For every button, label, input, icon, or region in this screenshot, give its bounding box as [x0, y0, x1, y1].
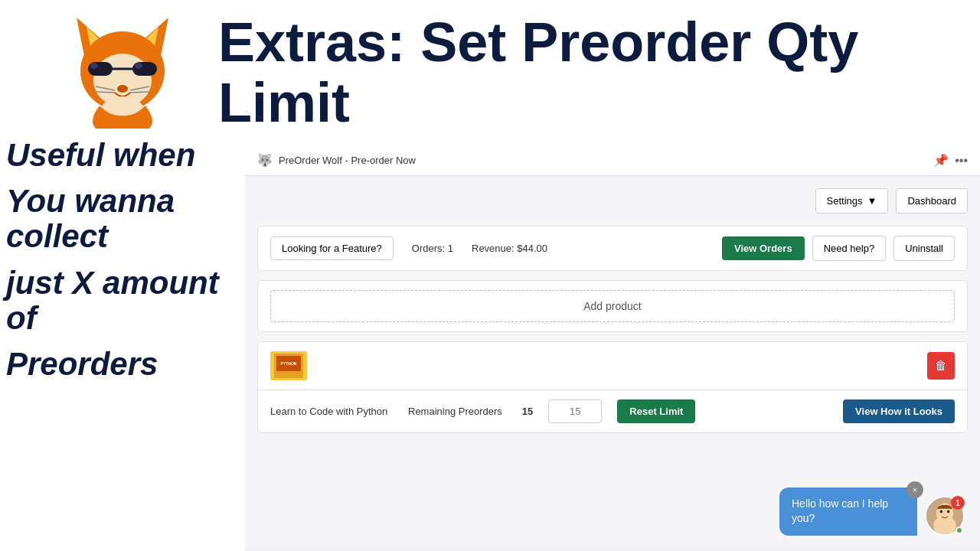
- thumbnail-image: PYTHON: [270, 351, 307, 380]
- settings-label: Settings: [827, 195, 863, 207]
- product-thumbnail: PYTHON: [270, 351, 307, 380]
- view-orders-button[interactable]: View Orders: [722, 236, 805, 260]
- more-options-icon[interactable]: •••: [955, 154, 968, 168]
- revenue-stat: Revenue: $44.00: [472, 243, 547, 254]
- title-area: Extras: Set Preorder Qty Limit: [203, 8, 980, 138]
- uninstall-button[interactable]: Uninstall: [893, 236, 955, 261]
- chevron-down-icon: ▼: [867, 195, 877, 207]
- looking-for-feature-button[interactable]: Looking for a Feature?: [270, 236, 394, 260]
- reset-limit-button[interactable]: Reset Limit: [617, 399, 695, 423]
- left-text-area: Useful when You wanna collect just X amo…: [0, 138, 245, 551]
- online-status-dot: [956, 527, 963, 534]
- wolf-icon: 🐺: [257, 153, 273, 168]
- app-chrome-left: 🐺 PreOrder Wolf - Pre-order Now: [257, 153, 416, 168]
- need-help-button[interactable]: Need help?: [812, 236, 887, 261]
- quantity-input[interactable]: [548, 399, 602, 423]
- view-how-it-looks-button[interactable]: View How it Looks: [843, 399, 955, 423]
- pin-icon[interactable]: 📌: [933, 153, 949, 168]
- svg-point-26: [947, 510, 950, 514]
- left-text-line1: Useful when: [6, 138, 239, 173]
- chat-close-button[interactable]: ×: [906, 481, 923, 498]
- add-product-button[interactable]: Add product: [270, 290, 955, 322]
- product-header: PYTHON 🗑: [258, 342, 967, 390]
- svg-rect-21: [276, 373, 301, 377]
- trash-icon: 🗑: [935, 359, 947, 373]
- info-bar-actions: View Orders Need help? Uninstall: [722, 236, 955, 261]
- svg-point-9: [90, 63, 98, 69]
- chat-bubble: Hello how can I help you?: [779, 487, 917, 536]
- info-bar: Looking for a Feature? Orders: 1 Revenue…: [257, 226, 968, 271]
- settings-button[interactable]: Settings ▼: [815, 188, 889, 214]
- left-text-line2: You wanna collect: [6, 184, 239, 254]
- app-chrome-title: PreOrder Wolf - Pre-order Now: [279, 155, 416, 166]
- svg-point-25: [940, 510, 943, 514]
- app-chrome-bar: 🐺 PreOrder Wolf - Pre-order Now 📌 •••: [245, 145, 980, 176]
- add-product-section: Add product: [257, 280, 968, 332]
- svg-point-24: [933, 516, 956, 536]
- svg-line-13: [96, 92, 115, 93]
- remaining-count: 15: [522, 406, 533, 417]
- product-name: Learn to Code with Python: [270, 406, 393, 417]
- product-row: PYTHON 🗑 Learn to Code with Python Remai…: [257, 341, 968, 433]
- product-details: Learn to Code with Python Remaining Preo…: [258, 390, 967, 432]
- chat-notification-badge: 1: [951, 496, 965, 510]
- orders-stat: Orders: 1: [412, 243, 453, 254]
- left-text-line4: Preorders: [6, 347, 239, 382]
- delete-button[interactable]: 🗑: [927, 352, 955, 380]
- svg-point-10: [135, 63, 142, 69]
- remaining-label: Remaining Preorders: [408, 406, 502, 417]
- app-chrome-right: 📌 •••: [933, 153, 968, 168]
- svg-line-15: [130, 92, 149, 93]
- top-bar: Settings ▼ Dashboard: [257, 188, 968, 214]
- chat-widget: × Hello how can I help you? 1: [779, 487, 965, 536]
- dashboard-button[interactable]: Dashboard: [896, 188, 968, 214]
- fox-logo: [73, 10, 172, 129]
- left-text-line3: just X amount of: [6, 266, 239, 336]
- chat-avatar-container: 1: [925, 496, 965, 536]
- page-title: Extras: Set Preorder Qty Limit: [218, 12, 980, 133]
- chat-bubble-container: × Hello how can I help you?: [779, 487, 917, 536]
- svg-text:PYTHON: PYTHON: [281, 361, 297, 366]
- svg-point-11: [117, 85, 128, 93]
